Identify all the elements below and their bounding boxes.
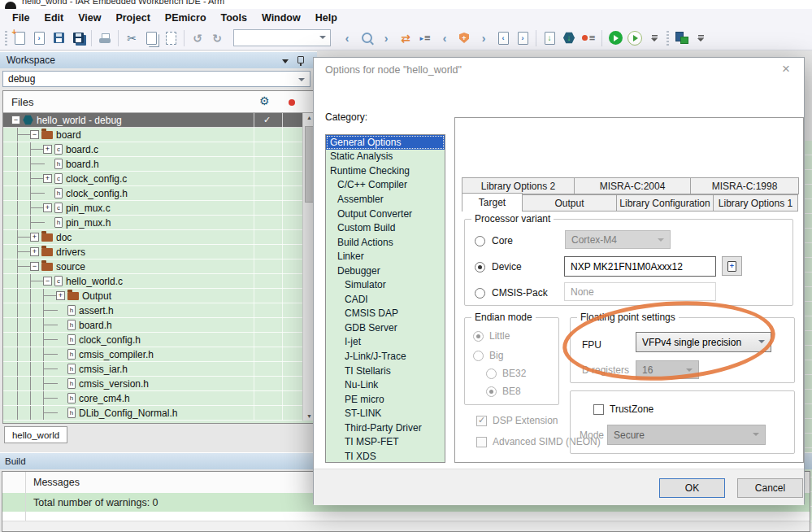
- tree-row[interactable]: board.h: [3, 157, 304, 172]
- stop-build-icon[interactable]: [580, 29, 597, 47]
- nav-forward-icon[interactable]: ›: [377, 29, 395, 47]
- category-item[interactable]: Debugger: [326, 264, 445, 278]
- next-document-icon[interactable]: [514, 29, 532, 47]
- tree-row[interactable]: DLib_Config_Normal.h: [3, 406, 304, 421]
- toolbar-overflow-icon[interactable]: [645, 29, 663, 47]
- save-icon[interactable]: [50, 29, 67, 47]
- category-item[interactable]: GDB Server: [326, 321, 445, 335]
- category-item[interactable]: CMSIS DAP: [326, 307, 445, 321]
- menu-item-tools[interactable]: Tools: [214, 11, 254, 25]
- category-item[interactable]: CADI: [326, 292, 445, 307]
- menu-item-edit[interactable]: Edit: [37, 11, 72, 25]
- tab-misra-c-1998[interactable]: MISRA-C:1998: [690, 177, 799, 194]
- tree-expander[interactable]: +: [30, 233, 39, 242]
- category-item[interactable]: Linker: [326, 249, 445, 264]
- category-item[interactable]: TI MSP-FET: [326, 434, 445, 449]
- tree-row[interactable]: board.h: [3, 318, 304, 333]
- goto-symbol-icon[interactable]: [416, 29, 434, 47]
- tree-expander[interactable]: +: [56, 291, 65, 300]
- pin-icon[interactable]: [297, 56, 304, 63]
- next-bookmark-icon[interactable]: ›: [475, 29, 493, 47]
- flash-tools-icon[interactable]: [672, 29, 690, 47]
- menu-item-file[interactable]: File: [5, 11, 37, 25]
- trustzone-checkbox[interactable]: [593, 404, 604, 415]
- category-item[interactable]: Simulator: [326, 277, 445, 292]
- workspace-tab-hello-world[interactable]: hello_world: [4, 426, 67, 443]
- tree-row[interactable]: +pin_mux.c: [3, 201, 304, 216]
- panel-menu-icon[interactable]: [282, 59, 289, 63]
- configuration-dropdown[interactable]: debug: [2, 71, 310, 87]
- core-radio[interactable]: [475, 236, 485, 246]
- tree-row[interactable]: +clock_config.c: [3, 172, 304, 186]
- tree-expander[interactable]: +: [43, 203, 52, 212]
- tree-expander[interactable]: −: [11, 116, 20, 124]
- nav-back-icon[interactable]: ‹: [338, 29, 356, 47]
- download-and-debug-icon[interactable]: [606, 29, 624, 47]
- tree-row[interactable]: cmsis_iar.h: [3, 362, 304, 377]
- toolbar-overflow-icon-2[interactable]: [692, 29, 710, 47]
- print-icon[interactable]: [96, 29, 114, 47]
- cancel-button[interactable]: Cancel: [737, 478, 803, 498]
- tree-row[interactable]: −source: [3, 259, 304, 274]
- device-selector-button[interactable]: +: [722, 256, 742, 276]
- category-item[interactable]: TI XDS: [326, 449, 445, 463]
- menu-item-help[interactable]: Help: [308, 11, 345, 25]
- paste-icon[interactable]: [162, 29, 180, 47]
- tab-output[interactable]: Output: [522, 194, 617, 211]
- category-item[interactable]: PE micro: [326, 392, 445, 407]
- gear-icon[interactable]: ⚙: [259, 94, 270, 107]
- category-item[interactable]: Static Analysis: [326, 150, 445, 164]
- tree-row[interactable]: +Output: [3, 289, 304, 303]
- tree-expander[interactable]: +: [43, 174, 52, 183]
- category-item[interactable]: Third-Party Driver: [326, 421, 445, 435]
- breakpoint-dot-icon[interactable]: [289, 99, 295, 106]
- tree-expander[interactable]: +: [30, 247, 39, 256]
- tab-misra-c-2004[interactable]: MISRA-C:2004: [574, 177, 691, 194]
- tree-row[interactable]: clock_config.h: [3, 186, 304, 201]
- prev-bookmark-icon[interactable]: ‹: [436, 29, 454, 47]
- tree-row[interactable]: −board: [3, 128, 304, 142]
- tree-row[interactable]: clock_config.h: [3, 333, 304, 347]
- menu-item-pemicro[interactable]: PEmicro: [158, 11, 214, 25]
- search-icon[interactable]: [358, 29, 376, 47]
- tree-row[interactable]: −hello_world.c: [3, 274, 304, 289]
- category-item[interactable]: Output Converter: [326, 207, 445, 221]
- category-item[interactable]: Assembler: [326, 192, 445, 207]
- category-item[interactable]: ST-LINK: [326, 406, 445, 421]
- cmsis-pack-radio[interactable]: [475, 288, 485, 299]
- cmsis-pack-field[interactable]: None: [564, 282, 716, 301]
- tree-row[interactable]: +drivers: [3, 245, 304, 259]
- category-item[interactable]: I-jet: [326, 335, 445, 350]
- tab-library-options-1[interactable]: Library Options 1: [713, 194, 798, 211]
- category-item[interactable]: TI Stellaris: [326, 364, 445, 378]
- build-log-scrollbar[interactable]: [2, 521, 810, 531]
- scroll-up-icon[interactable]: ▲: [306, 115, 312, 120]
- copy-icon[interactable]: [142, 29, 160, 47]
- tree-expander[interactable]: −: [43, 277, 52, 286]
- device-radio[interactable]: [475, 262, 485, 273]
- bookmark-shield-icon[interactable]: [455, 29, 473, 47]
- undo-icon[interactable]: ↺: [189, 29, 206, 47]
- ok-button[interactable]: OK: [659, 478, 725, 498]
- tree-row[interactable]: assert.h: [3, 303, 304, 318]
- category-item[interactable]: C/C++ Compiler: [326, 178, 445, 193]
- debug-without-download-icon[interactable]: [626, 29, 644, 47]
- quick-search-combo[interactable]: [233, 29, 331, 46]
- tree-row[interactable]: core_cm4.h: [3, 391, 304, 406]
- tree-row[interactable]: −hello_world - debug✓: [3, 113, 304, 128]
- tree-expander[interactable]: +: [43, 145, 52, 154]
- device-field[interactable]: NXP MK21FN1M0Axxx12: [564, 256, 716, 277]
- redo-icon[interactable]: ↻: [208, 29, 226, 47]
- menu-item-view[interactable]: View: [71, 11, 108, 25]
- close-icon[interactable]: ×: [778, 61, 794, 77]
- tree-row[interactable]: pin_mux.h: [3, 216, 304, 230]
- tree-row[interactable]: cmsis_version.h: [3, 377, 304, 391]
- tree-expander[interactable]: −: [30, 262, 39, 271]
- compile-icon[interactable]: [541, 29, 558, 47]
- category-item[interactable]: Custom Build: [326, 220, 445, 235]
- save-all-icon[interactable]: [69, 29, 87, 47]
- open-file-icon[interactable]: [30, 29, 48, 47]
- tree-row[interactable]: +doc: [3, 230, 304, 245]
- menu-item-project[interactable]: Project: [108, 11, 157, 25]
- scroll-down-icon[interactable]: ▼: [306, 413, 312, 419]
